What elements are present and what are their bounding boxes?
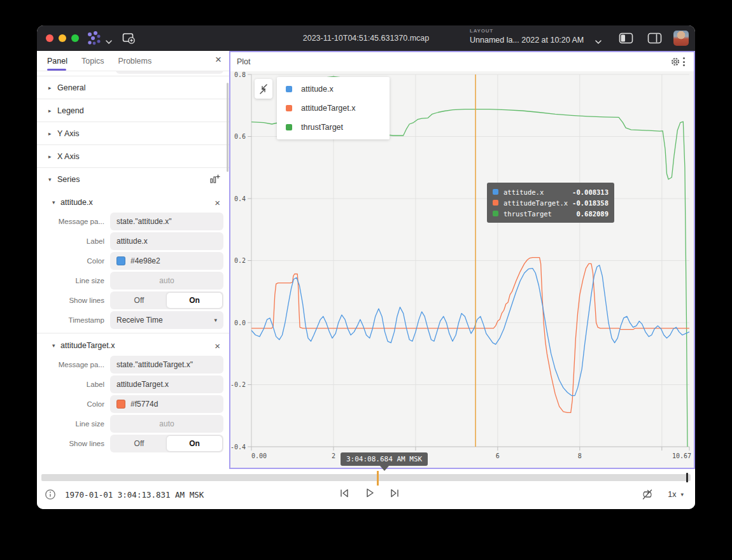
loop-off-icon[interactable] [640,487,655,502]
section-x-axis[interactable]: ▸X Axis [37,144,229,167]
chevron-right-icon: ▸ [48,85,57,91]
field-row-label: Labelattitude.x [37,232,229,250]
scrubber-playhead-marker [377,471,379,486]
svg-text:8: 8 [578,452,582,459]
layout-selector[interactable]: LAYOUT Unnamed la... 2022 at 10:20 AM [470,29,584,45]
right-sidebar-toggle-icon[interactable] [647,32,662,46]
remove-series-icon[interactable]: × [215,198,220,207]
toggle-option-on[interactable]: On [167,293,222,308]
tab-problems[interactable]: Problems [118,51,151,71]
section-label: General [57,83,220,92]
field-label: Message pa... [37,218,110,225]
svg-text:2: 2 [332,452,335,459]
playback-bar: 1970-01-01 3:04:13.831 AM MSK [37,469,695,509]
section-general[interactable]: ▸General [37,76,229,99]
color-swatch[interactable] [116,256,125,265]
legend-item-label: thrustTarget [301,123,343,132]
title-field[interactable]: Plot [116,71,223,74]
field-row-timestamp: TimestampReceive Time▾ [37,311,229,329]
timestamp-select[interactable]: Receive Time▾ [110,311,223,329]
toggle-option-off[interactable]: Off [111,436,167,451]
section-legend[interactable]: ▸Legend [37,99,229,122]
svg-text:0.00: 0.00 [251,452,267,459]
info-icon[interactable] [45,489,56,503]
color-swatch[interactable] [116,400,125,409]
field-label: Line size [37,277,110,284]
tab-panel[interactable]: Panel [47,51,67,71]
close-sidebar-icon[interactable]: × [215,53,222,66]
section-y-axis[interactable]: ▸Y Axis [37,122,229,144]
toggle-option-off[interactable]: Off [111,293,167,308]
legend-color-swatch [286,124,292,130]
legend-item-attitudeTarget.x[interactable]: attitudeTarget.x [277,99,390,118]
chevron-down-icon: ▾ [48,176,57,183]
toggle-option-on[interactable]: On [167,436,222,451]
seek-forward-button[interactable] [388,486,402,500]
layout-name: Unnamed la... 2022 at 10:20 AM [470,36,584,45]
playback-scrubber[interactable] [41,474,691,481]
section-label: X Axis [57,152,220,161]
field-row-message-pa-: Message pa...state."attitudeTarget.x" [37,356,229,374]
section-label: Y Axis [57,129,220,138]
more-options-icon[interactable] [680,56,687,67]
field-row-show-lines: Show linesOffOn [37,435,229,452]
color-field[interactable]: #4e98e2 [110,252,223,270]
main-area: Panel Topics Problems × Title Plot ▸Gene… [37,51,695,469]
field-row-label: LabelattitudeTarget.x [37,375,229,393]
tab-topics[interactable]: Topics [81,51,104,71]
field-row-color: Color#f5774d [37,395,229,413]
show-lines-toggle[interactable]: OffOn [110,291,223,309]
remove-series-icon[interactable]: × [215,341,220,351]
speed-value: 1x [668,490,676,499]
legend-item-label: attitudeTarget.x [301,104,355,113]
sidebar-scrollbar[interactable] [227,83,229,172]
play-button[interactable] [362,486,377,500]
field-row-line-size: Line sizeauto [37,415,229,433]
series-header-attitudeTarget.x[interactable]: ▾attitudeTarget.x× [37,337,229,354]
section-series[interactable]: ▾ Series [37,167,229,190]
field-input[interactable]: state."attitude.x" [110,213,223,230]
select-value: Receive Time [116,316,214,325]
field-row-line-size: Line sizeauto [37,272,229,290]
sidebar-tabs: Panel Topics Problems × [37,51,229,71]
add-series-icon[interactable] [209,174,220,185]
gear-icon[interactable] [670,57,680,67]
field-input[interactable]: auto [110,272,223,290]
svg-text:0.4: 0.4 [234,195,246,202]
chevron-right-icon: ▸ [48,130,57,137]
chevron-down-icon: ▾ [52,342,60,349]
layout-label: LAYOUT [470,29,584,34]
show-lines-toggle[interactable]: OffOn [110,435,223,452]
layout-chevron-icon[interactable] [595,36,602,47]
chevron-down-icon: ▾ [52,199,60,206]
seek-backward-button[interactable] [337,486,351,500]
field-label: Color [37,400,110,408]
legend-color-swatch [286,86,292,92]
legend-item-thrustTarget[interactable]: thrustTarget [277,118,390,137]
series-name: attitudeTarget.x [60,341,215,350]
field-input[interactable]: state."attitudeTarget.x" [110,356,223,374]
plot-panel[interactable]: Plot 0.80.60.40.20.0-0.2-0.40.0026810.67 [229,51,695,469]
plot-toolbar: Plot [230,52,694,71]
panel-settings-sidebar: Panel Topics Problems × Title Plot ▸Gene… [37,51,229,469]
field-input[interactable]: auto [110,415,223,433]
color-field[interactable]: #f5774d [110,395,223,413]
series-name: attitude.x [60,198,215,207]
field-row-message-pa-: Message pa...state."attitude.x" [37,213,229,230]
field-input[interactable]: attitudeTarget.x [110,375,223,393]
chevron-right-icon: ▸ [48,108,57,114]
legend-item-attitude.x[interactable]: attitude.x [277,80,390,99]
left-sidebar-toggle-icon[interactable] [619,32,633,46]
field-input[interactable]: attitude.x [110,232,223,250]
plot-legend: attitude.xattitudeTarget.xthrustTarget [277,77,390,139]
legend-collapse-button[interactable] [255,79,272,99]
svg-text:0.2: 0.2 [234,257,246,264]
chart-area[interactable]: 0.80.60.40.20.0-0.2-0.40.0026810.67 atti… [230,71,694,468]
user-avatar[interactable] [673,31,689,46]
field-label: Message pa... [37,361,110,368]
svg-text:10.67: 10.67 [672,452,691,459]
series-header-attitude.x[interactable]: ▾attitude.x× [37,194,229,211]
field-label: Line size [37,420,110,428]
field-label: Timestamp [37,316,110,324]
playback-speed-selector[interactable]: 1x ▾ [668,490,684,499]
